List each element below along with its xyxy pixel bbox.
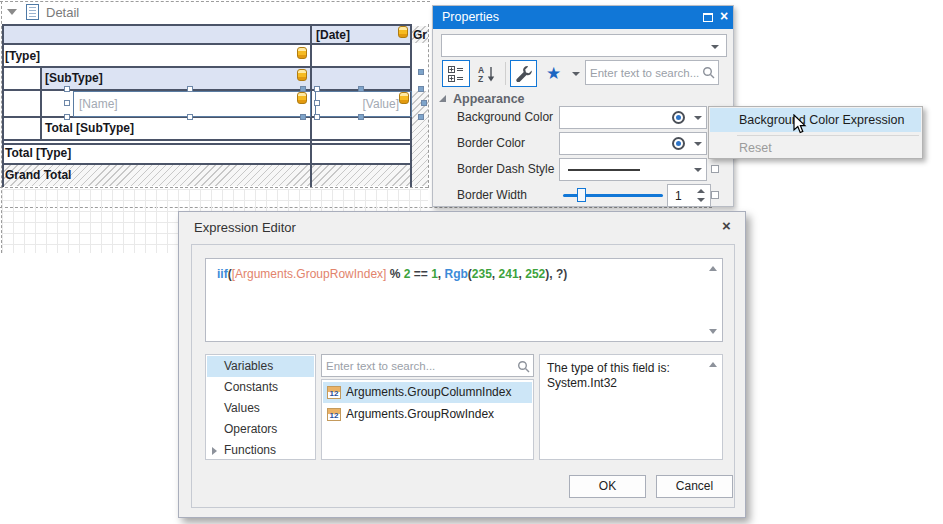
table-border <box>2 24 4 187</box>
properties-search-input[interactable] <box>590 62 700 83</box>
wrench-properties-button[interactable] <box>510 60 537 87</box>
ok-button[interactable]: OK <box>569 475 646 498</box>
border-width-value: 1 <box>675 189 682 203</box>
toolbar-dropdown-icon[interactable] <box>572 72 580 76</box>
field-description: The type of this field is: System.Int32 <box>547 361 704 391</box>
appearance-section-header[interactable]: Appearance <box>453 92 525 106</box>
field-marker-icon[interactable] <box>399 92 409 104</box>
close-icon[interactable]: × <box>720 8 728 24</box>
chevron-down-icon[interactable] <box>694 116 702 120</box>
resize-handle[interactable] <box>358 86 364 92</box>
field-item-grouprowindex[interactable]: 12 Arguments.GroupRowIndex <box>323 404 532 425</box>
resize-handle[interactable] <box>314 100 320 106</box>
category-item-values[interactable]: Values <box>207 398 314 419</box>
background-color-editor[interactable] <box>559 106 707 129</box>
expression-editor-dialog: Expression Editor × iif([Arguments.Group… <box>178 211 746 518</box>
resize-handle[interactable] <box>187 86 193 92</box>
field-item-groupcolumnindex[interactable]: 12 Arguments.GroupColumnIndex <box>323 382 532 403</box>
type-cell[interactable]: [Type] <box>5 49 40 63</box>
resize-handle[interactable] <box>187 114 193 120</box>
close-icon[interactable]: × <box>722 217 731 234</box>
field-list: 12 Arguments.GroupColumnIndex 12 Argumen… <box>321 379 534 460</box>
categorized-view-button[interactable] <box>442 60 470 87</box>
resize-handle[interactable] <box>64 100 70 106</box>
resize-handle[interactable] <box>64 86 70 92</box>
table-border <box>2 43 412 45</box>
table-border <box>2 163 412 165</box>
band-collapse-icon[interactable] <box>7 9 17 15</box>
table-border <box>40 66 42 141</box>
table-border <box>2 66 412 68</box>
name-cell[interactable]: [Name] <box>79 97 118 111</box>
dialog-content-group: iif([Arguments.GroupRowIndex] % 2 == 1, … <box>191 244 735 508</box>
color-picker-icon[interactable] <box>672 137 685 150</box>
property-options-button[interactable] <box>711 191 719 199</box>
resize-handle[interactable] <box>418 114 424 120</box>
favorites-button[interactable]: ★ <box>541 60 566 87</box>
background-color-label: Background Color <box>457 110 553 124</box>
cancel-button[interactable]: Cancel <box>656 475 733 498</box>
border-width-label: Border Width <box>457 188 527 202</box>
expand-arrow-icon[interactable] <box>212 447 217 455</box>
property-options-button[interactable] <box>711 165 719 173</box>
dialog-title: Expression Editor <box>194 220 296 235</box>
grand-total-cell[interactable]: Grand Total <box>5 168 71 182</box>
category-item-functions[interactable]: Functions <box>207 440 314 461</box>
sort-az-button[interactable]: A Z <box>475 60 499 87</box>
resize-handle[interactable] <box>421 100 427 106</box>
resize-handle[interactable] <box>314 114 320 120</box>
table-border <box>2 143 412 145</box>
resize-handle[interactable] <box>358 114 364 120</box>
scroll-up-icon[interactable] <box>709 266 717 271</box>
resize-handle[interactable] <box>64 114 70 120</box>
search-icon <box>517 360 530 373</box>
scroll-up-icon[interactable] <box>709 362 717 367</box>
search-icon <box>702 66 715 79</box>
border-color-editor[interactable] <box>559 132 707 155</box>
menu-item-background-color-expression[interactable]: Background Color Expression <box>710 108 921 132</box>
resize-handle[interactable] <box>314 86 320 92</box>
field-search-input[interactable] <box>326 356 515 375</box>
category-list: Variables Constants Values Operators Fun… <box>205 354 316 460</box>
category-item-operators[interactable]: Operators <box>207 419 314 440</box>
band-top-dashed-line <box>0 1 430 2</box>
chevron-down-icon <box>711 45 719 49</box>
total-type-cell[interactable]: Total [Type] <box>5 146 71 160</box>
subtype-cell[interactable]: [SubType] <box>45 71 103 85</box>
field-marker-icon[interactable] <box>297 47 307 59</box>
category-item-constants[interactable]: Constants <box>207 377 314 398</box>
band-label[interactable]: Detail <box>46 5 79 20</box>
resize-handle[interactable] <box>300 114 306 120</box>
border-width-slider-handle[interactable] <box>577 188 586 202</box>
table-bottom-dashed-line <box>0 187 428 188</box>
field-search[interactable] <box>321 354 534 377</box>
chevron-down-icon[interactable] <box>694 168 702 172</box>
spin-up-icon[interactable] <box>697 189 705 193</box>
band-right-dashed-line <box>428 24 429 188</box>
resize-handle[interactable] <box>300 86 306 92</box>
border-dash-style-editor[interactable] <box>559 158 707 181</box>
value-cell[interactable]: [Value] <box>363 97 399 111</box>
expression-textbox[interactable]: iif([Arguments.GroupRowIndex] % 2 == 1, … <box>205 258 723 342</box>
spin-down-icon[interactable] <box>697 198 705 202</box>
field-description-box: The type of this field is: System.Int32 <box>539 354 723 460</box>
chevron-down-icon[interactable] <box>694 142 702 146</box>
total-subtype-cell[interactable]: Total [SubType] <box>45 121 134 135</box>
properties-search[interactable] <box>585 60 719 85</box>
color-picker-icon[interactable] <box>672 111 685 124</box>
field-marker-icon[interactable] <box>297 92 307 104</box>
border-width-spinner[interactable]: 1 <box>667 184 711 207</box>
resize-handle[interactable] <box>418 86 424 92</box>
date-header-cell[interactable]: [Date] <box>316 28 350 42</box>
field-marker-icon[interactable] <box>297 69 307 81</box>
scroll-down-icon[interactable] <box>709 329 717 334</box>
section-collapse-icon[interactable] <box>439 95 446 102</box>
category-item-variables[interactable]: Variables <box>207 356 314 377</box>
resize-handle[interactable] <box>418 69 424 75</box>
properties-title-bar[interactable]: Properties × <box>433 6 733 29</box>
int32-field-icon: 12 <box>327 386 341 399</box>
maximize-icon[interactable] <box>703 13 713 22</box>
properties-title: Properties <box>442 10 499 24</box>
component-selector[interactable] <box>441 34 727 57</box>
field-marker-icon[interactable] <box>398 26 408 38</box>
